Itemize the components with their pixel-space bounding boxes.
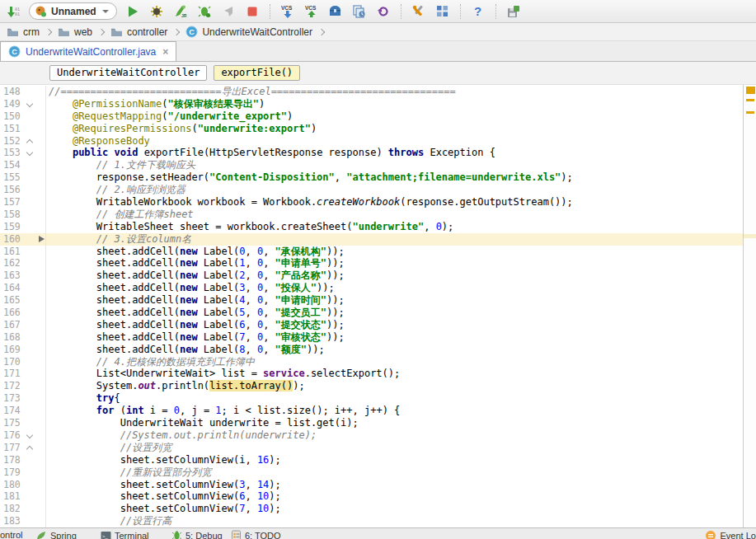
line-number[interactable]: 155 (0, 171, 25, 184)
line-number[interactable]: 159 (0, 221, 25, 233)
jrebel-run-icon[interactable]: JR (172, 3, 189, 20)
code-line[interactable]: 183 //设置行高 (0, 515, 743, 527)
line-number[interactable]: 149 (0, 98, 25, 110)
code-line[interactable]: 153 public void exportFile(HttpServletRe… (0, 147, 743, 159)
code-text[interactable]: try{ (46, 392, 120, 405)
line-number[interactable]: 177 (0, 442, 25, 454)
code-line[interactable]: 165 sheet.addCell(new Label(4, 0, "申请时间"… (0, 294, 743, 307)
binary-arrow-icon[interactable]: 0101 (5, 3, 21, 20)
code-line[interactable]: 166 sheet.addCell(new Label(5, 0, "提交员工"… (0, 307, 743, 319)
code-line[interactable]: 171 List<UnderwriteWait> list = service.… (0, 368, 743, 380)
warning-marker[interactable] (746, 111, 754, 114)
code-line[interactable]: 161 sheet.addCell(new Label(0, 0, "承保机构"… (0, 246, 743, 258)
context-class-box[interactable]: UnderwriteWaitController (49, 65, 207, 81)
line-number[interactable]: 180 (0, 479, 25, 491)
context-method-box[interactable]: exportFile() (214, 65, 300, 81)
code-line[interactable]: 180 sheet.setColumnView(3, 14); (0, 479, 743, 491)
save-all-icon[interactable] (505, 3, 522, 20)
fold-marker-icon[interactable] (25, 429, 35, 442)
fold-marker-icon[interactable] (25, 147, 35, 159)
settings-wrench-icon[interactable] (411, 3, 427, 20)
line-number[interactable]: 150 (0, 110, 25, 123)
code-text[interactable]: System.out.println(list.toArray()); (46, 380, 305, 392)
code-line[interactable]: 154 // 1.文件下载响应头 (0, 159, 743, 171)
code-text[interactable]: sheet.addCell(new Label(0, 0, "承保机构")); (46, 246, 345, 258)
run-icon[interactable] (124, 3, 141, 20)
toolbar-item-debug[interactable]: 5: Debug (171, 530, 223, 539)
vcs-update-icon[interactable]: VCS (279, 3, 296, 20)
code-line[interactable]: 151 @RequiresPermissions("underwrite:exp… (0, 123, 743, 135)
code-text[interactable]: @PermissionName("核保审核结果导出") (46, 98, 265, 110)
code-line[interactable]: 168 sheet.addCell(new Label(7, 0, "审核状态"… (0, 331, 743, 344)
line-number[interactable]: 169 (0, 344, 25, 356)
code-text[interactable]: sheet.addCell(new Label(1, 0, "申请单号")); (46, 257, 345, 270)
code-text[interactable]: sheet.setColumnView(6, 10); (46, 490, 281, 503)
code-text[interactable]: sheet.addCell(new Label(6, 0, "提交状态")); (46, 319, 345, 331)
code-text[interactable]: // 创建工作簿sheet (46, 209, 194, 221)
code-line[interactable]: 157 WritableWorkbook workbook = Workbook… (0, 196, 743, 209)
code-text[interactable]: //设置行高 (46, 515, 171, 527)
code-line[interactable]: 170 // 4.把核保的数据填充到工作簿中 (0, 356, 743, 368)
code-line[interactable]: 179 //重新设置部分列宽 (0, 466, 743, 479)
inspection-status-marker[interactable] (746, 87, 755, 94)
code-text[interactable]: public void exportFile(HttpServletRespon… (46, 147, 495, 159)
code-text[interactable]: List<UnderwriteWait> list = service.sele… (46, 368, 400, 380)
code-text[interactable]: //重新设置部分列宽 (46, 466, 211, 479)
line-number[interactable]: 170 (0, 356, 25, 368)
code-text[interactable]: @ResponseBody (46, 135, 150, 148)
line-number[interactable]: 154 (0, 159, 25, 171)
line-number[interactable]: 166 (0, 307, 25, 319)
debug-icon[interactable] (148, 3, 165, 20)
code-text[interactable]: // 3.设置column名 (46, 233, 191, 246)
code-text[interactable]: sheet.addCell(new Label(2, 0, "产品名称")); (46, 270, 345, 282)
undo-icon[interactable] (375, 3, 392, 20)
code-line[interactable]: 163 sheet.addCell(new Label(2, 0, "产品名称"… (0, 270, 743, 282)
code-line[interactable]: 169 sheet.addCell(new Label(8, 0, "额度"))… (0, 344, 743, 356)
line-number[interactable]: 181 (0, 490, 25, 503)
vcs-commit-icon[interactable]: VCS (303, 3, 320, 20)
code-text[interactable]: // 4.把核保的数据填充到工作簿中 (46, 356, 255, 368)
code-editor[interactable]: 148//===========================导出Excel=… (0, 85, 756, 527)
code-line[interactable]: 156 // 2.响应到浏览器 (0, 184, 743, 196)
code-line[interactable]: 148//===========================导出Excel=… (0, 86, 743, 98)
stop-icon[interactable] (244, 3, 261, 20)
fold-marker-icon[interactable] (25, 442, 35, 454)
code-text[interactable]: @RequiresPermissions("underwrite:export"… (46, 123, 317, 135)
code-line[interactable]: 159 WritableSheet sheet = workbook.creat… (0, 221, 743, 233)
toolbar-item-version-control-partial[interactable]: ontrol (0, 530, 23, 539)
line-number[interactable]: 160 (0, 233, 25, 246)
line-number[interactable]: 162 (0, 257, 25, 270)
toolbar-item-event-log[interactable]: Event Log (705, 530, 756, 539)
breadcrumb-item-web[interactable]: web (58, 26, 92, 38)
history-chest-icon[interactable] (327, 3, 344, 20)
code-text[interactable]: sheet.addCell(new Label(5, 0, "提交员工")); (46, 307, 345, 319)
code-text[interactable]: sheet.addCell(new Label(3, 0, "投保人")); (46, 282, 335, 294)
warning-marker[interactable] (746, 99, 754, 101)
line-number[interactable]: 164 (0, 282, 25, 294)
code-line[interactable]: 149 @PermissionName("核保审核结果导出") (0, 98, 743, 110)
code-text[interactable]: sheet.setColumnView(i, 16); (46, 454, 281, 466)
code-text[interactable]: WritableSheet sheet = workbook.createShe… (46, 221, 453, 233)
code-text[interactable]: sheet.addCell(new Label(8, 0, "额度")); (46, 344, 325, 356)
line-number[interactable]: 151 (0, 123, 25, 135)
code-line[interactable]: 155 response.setHeader("Content-Disposit… (0, 171, 743, 184)
code-text[interactable]: //设置列宽 (46, 442, 171, 454)
line-number[interactable]: 153 (0, 147, 25, 159)
line-number[interactable]: 156 (0, 184, 25, 196)
tab-underwritewaitcontroller-java[interactable]: C UnderwriteWaitController.java × (0, 41, 176, 61)
line-number[interactable]: 172 (0, 380, 25, 392)
line-number[interactable]: 163 (0, 270, 25, 282)
line-number[interactable]: 178 (0, 454, 25, 466)
code-line[interactable]: 172 System.out.println(list.toArray()); (0, 380, 743, 392)
code-line[interactable]: 158 // 创建工作簿sheet (0, 209, 743, 221)
line-number[interactable]: 173 (0, 392, 25, 405)
code-text[interactable]: UnderwriteWait underwrite = list.get(i); (46, 417, 359, 429)
line-number[interactable]: 171 (0, 368, 25, 380)
toolbar-item-spring[interactable]: Spring (36, 530, 77, 539)
line-number[interactable]: 176 (0, 429, 25, 442)
error-stripe-scrollbar[interactable] (743, 85, 756, 527)
code-text[interactable]: //===========================导出Excel====… (46, 86, 456, 98)
caret-line-marker[interactable] (744, 234, 756, 238)
code-text[interactable]: @RequestMapping("/underwrite_export") (46, 110, 293, 123)
code-line[interactable]: 175 UnderwriteWait underwrite = list.get… (0, 417, 743, 429)
